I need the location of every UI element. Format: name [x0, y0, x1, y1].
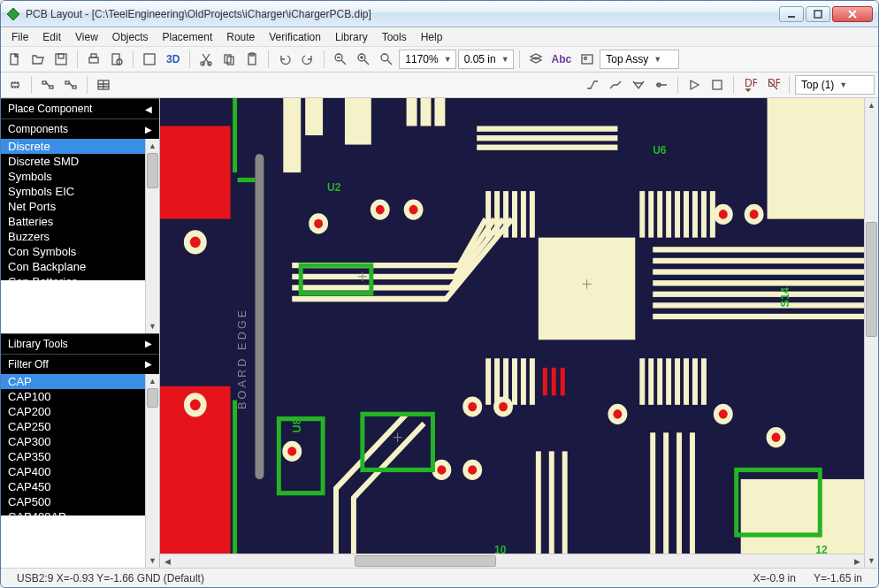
category-item[interactable]: Discrete SMD: [1, 154, 145, 169]
component-item[interactable]: CAP200: [1, 404, 145, 419]
save-button[interactable]: [50, 50, 72, 69]
canvas-v-scrollbar[interactable]: ▲ ▼: [864, 98, 878, 568]
category-item[interactable]: Con Symbols: [1, 244, 145, 259]
category-item[interactable]: Con Backplane: [1, 259, 145, 274]
route-tool-2[interactable]: [605, 75, 626, 95]
category-item[interactable]: Batteries: [1, 214, 145, 229]
scroll-up-arrow[interactable]: ▲: [146, 139, 159, 153]
menu-library[interactable]: Library: [328, 29, 375, 45]
scroll-thumb[interactable]: [355, 555, 496, 567]
menu-placement[interactable]: Placement: [156, 29, 220, 45]
scroll-left-arrow[interactable]: ◀: [160, 554, 174, 568]
menu-view[interactable]: View: [68, 29, 105, 45]
menu-help[interactable]: Help: [414, 29, 450, 45]
close-button[interactable]: [832, 6, 873, 22]
active-layer-combo[interactable]: Top (1)▼: [795, 75, 875, 95]
scroll-up-arrow[interactable]: ▲: [865, 98, 878, 112]
menu-verification[interactable]: Verification: [262, 29, 328, 45]
run-button[interactable]: [684, 75, 705, 95]
copy-button[interactable]: [218, 50, 240, 69]
open-button[interactable]: [27, 50, 49, 69]
component-item[interactable]: CAP400AP: [1, 509, 145, 515]
drc-off-button[interactable]: DRC: [762, 75, 783, 95]
component-item[interactable]: CAP: [1, 374, 145, 389]
category-item[interactable]: Symbols EIC: [1, 184, 145, 199]
svg-point-114: [409, 205, 418, 215]
component-item[interactable]: CAP300: [1, 434, 145, 449]
component-item[interactable]: CAP100: [1, 389, 145, 404]
route-tool-1[interactable]: [582, 75, 603, 95]
menu-tools[interactable]: Tools: [375, 29, 414, 45]
zoom-in-button[interactable]: [353, 50, 374, 69]
menu-route[interactable]: Route: [219, 29, 262, 45]
scroll-down-arrow[interactable]: ▼: [865, 554, 878, 568]
triangle-right-icon: ▶: [145, 125, 152, 134]
grid-size-combo[interactable]: 0.05 in▼: [458, 50, 514, 69]
menu-edit[interactable]: Edit: [35, 29, 68, 45]
category-item[interactable]: Buzzers: [1, 229, 145, 244]
svg-point-110: [314, 219, 323, 229]
image-button[interactable]: [577, 50, 598, 69]
scroll-down-arrow[interactable]: ▼: [146, 554, 159, 568]
settings-button[interactable]: [707, 75, 728, 95]
zoom-fit-button[interactable]: [376, 50, 397, 69]
undo-button[interactable]: [274, 50, 295, 69]
3d-button[interactable]: 3D: [162, 50, 184, 69]
component-item[interactable]: CAP450: [1, 479, 145, 494]
new-button[interactable]: [4, 50, 26, 69]
category-item[interactable]: Symbols: [1, 169, 145, 184]
route-tool-4[interactable]: [651, 75, 672, 95]
titleblock-button[interactable]: [139, 50, 160, 69]
route-tool-3[interactable]: [628, 75, 649, 95]
svg-rect-50: [713, 80, 722, 89]
redo-button[interactable]: [297, 50, 318, 69]
layers-button[interactable]: [525, 50, 547, 69]
category-item[interactable]: Con Batteries: [1, 274, 145, 280]
category-item[interactable]: Discrete: [1, 139, 145, 154]
zoom-out-button[interactable]: [330, 50, 351, 69]
category-item[interactable]: Net Ports: [1, 199, 145, 214]
component-item[interactable]: CAP250: [1, 419, 145, 434]
menu-objects[interactable]: Objects: [105, 29, 156, 45]
text-label-button[interactable]: Abc: [548, 50, 576, 69]
canvas-h-scrollbar[interactable]: ◀ ▶: [160, 554, 864, 568]
zoom-level-combo[interactable]: 1170%▼: [399, 50, 455, 69]
drc-button[interactable]: DRC: [739, 75, 761, 95]
panel-library-tools[interactable]: Library Tools▶: [1, 333, 159, 354]
scroll-right-arrow[interactable]: ▶: [850, 554, 864, 568]
scroll-down-arrow[interactable]: ▼: [146, 319, 159, 333]
minimize-button[interactable]: [779, 6, 804, 22]
svg-rect-61: [421, 98, 432, 126]
paste-button[interactable]: [241, 50, 263, 69]
component-tool-button[interactable]: [4, 75, 26, 95]
net-button[interactable]: [60, 75, 81, 95]
preview-button[interactable]: [106, 50, 127, 69]
svg-text:DRC: DRC: [768, 78, 780, 89]
svg-rect-79: [692, 191, 698, 238]
component-item[interactable]: CAP500: [1, 494, 145, 509]
triangle-right-icon: ▶: [145, 339, 152, 348]
ratline-button[interactable]: [37, 75, 58, 95]
maximize-button[interactable]: [806, 6, 830, 22]
layer-combo[interactable]: Top Assy▼: [600, 50, 679, 69]
component-item[interactable]: CAP400: [1, 464, 145, 479]
component-item[interactable]: CAP350: [1, 449, 145, 464]
svg-point-126: [613, 409, 622, 419]
scroll-thumb[interactable]: [147, 153, 158, 188]
component-scrollbar[interactable]: ▲▼: [145, 374, 159, 569]
svg-point-124: [287, 447, 296, 456]
category-scrollbar[interactable]: ▲▼: [145, 139, 159, 333]
panel-components[interactable]: Components▶: [1, 118, 159, 139]
pcb-canvas[interactable]: U2 U6 U8 S14 10 12 BOARD EDGE: [160, 98, 864, 554]
menu-file[interactable]: File: [4, 29, 35, 45]
scroll-thumb[interactable]: [866, 222, 877, 337]
panel-filter-off[interactable]: Filter Off▶: [1, 354, 159, 374]
panel-place-component[interactable]: Place Component◀: [1, 98, 159, 118]
svg-rect-75: [657, 191, 662, 238]
svg-rect-88: [639, 358, 645, 405]
scroll-thumb[interactable]: [147, 388, 158, 408]
print-button[interactable]: [83, 50, 104, 69]
table-button[interactable]: [93, 75, 114, 95]
scroll-up-arrow[interactable]: ▲: [146, 374, 159, 388]
cut-button[interactable]: [195, 50, 217, 69]
